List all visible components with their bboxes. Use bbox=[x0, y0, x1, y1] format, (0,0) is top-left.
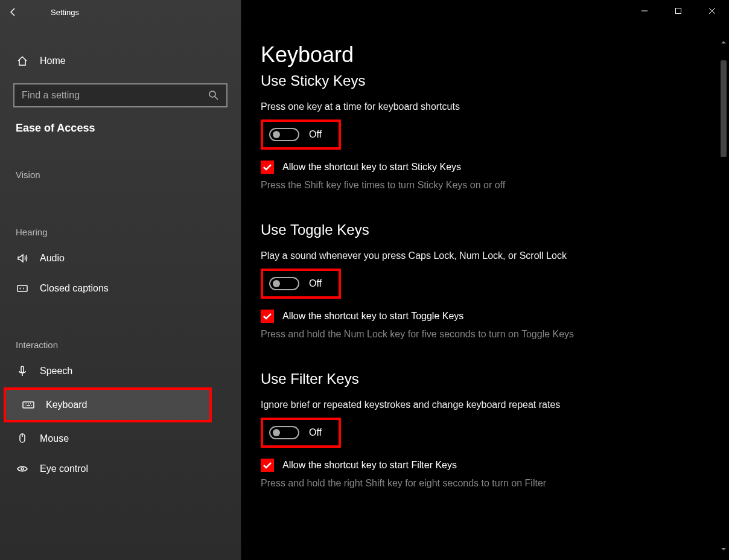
maximize-button[interactable] bbox=[661, 0, 695, 22]
section-sticky-keys: Use Sticky Keys Press one key at a time … bbox=[261, 72, 605, 192]
sticky-hint: Press the Shift key five times to turn S… bbox=[261, 179, 605, 192]
sidebar: Settings Home Ease of Access Vision Hear… bbox=[0, 0, 241, 560]
checkbox-checked-icon bbox=[261, 161, 274, 174]
titlebar: Settings bbox=[0, 0, 241, 24]
toggle-switch bbox=[269, 277, 299, 290]
window-controls bbox=[628, 0, 729, 22]
close-button[interactable] bbox=[695, 0, 729, 22]
nav-mouse-label: Mouse bbox=[40, 433, 69, 444]
group-hearing: Hearing bbox=[0, 215, 241, 243]
nav-speech[interactable]: Speech bbox=[0, 356, 241, 386]
mouse-icon bbox=[16, 432, 29, 445]
checkbox-checked-icon bbox=[261, 459, 274, 472]
sticky-toggle[interactable]: Off bbox=[264, 123, 326, 146]
scroll-track[interactable] bbox=[718, 48, 729, 543]
toggle-switch bbox=[269, 128, 299, 141]
nav-audio[interactable]: Audio bbox=[0, 243, 241, 273]
scroll-thumb[interactable] bbox=[721, 60, 727, 157]
svg-rect-2 bbox=[21, 366, 24, 372]
toggle-toggle[interactable]: Off bbox=[264, 272, 326, 295]
search-box[interactable] bbox=[13, 83, 228, 107]
filter-desc: Ignore brief or repeated keystrokes and … bbox=[261, 398, 605, 412]
sticky-desc: Press one key at a time for keyboard sho… bbox=[261, 100, 605, 113]
sticky-checkbox-row[interactable]: Allow the shortcut key to start Sticky K… bbox=[261, 161, 605, 174]
nav-home[interactable]: Home bbox=[0, 48, 241, 74]
sticky-toggle-state: Off bbox=[309, 129, 322, 140]
nav-home-label: Home bbox=[40, 56, 66, 66]
filter-hint: Press and hold the right Shift key for e… bbox=[261, 477, 605, 490]
toggle-desc: Play a sound whenever you press Caps Loc… bbox=[261, 249, 605, 262]
toggle-checkbox-row[interactable]: Allow the shortcut key to start Toggle K… bbox=[261, 310, 605, 323]
svg-rect-3 bbox=[23, 402, 34, 408]
category-header: Ease of Access bbox=[0, 107, 241, 138]
nav-closed-captions-label: Closed captions bbox=[40, 283, 109, 294]
toggle-check-label: Allow the shortcut key to start Toggle K… bbox=[282, 311, 463, 322]
vertical-scrollbar[interactable] bbox=[718, 36, 729, 555]
toggle-hint: Press and hold the Num Lock key for five… bbox=[261, 328, 605, 341]
nav-eye-control[interactable]: Eye control bbox=[0, 454, 241, 484]
toggle-heading: Use Toggle Keys bbox=[261, 221, 605, 238]
keyboard-icon bbox=[22, 398, 35, 412]
scroll-down-icon[interactable] bbox=[718, 543, 729, 555]
filter-toggle[interactable]: Off bbox=[264, 421, 326, 444]
scroll-up-icon[interactable] bbox=[718, 36, 729, 48]
highlight-sticky-toggle: Off bbox=[261, 119, 341, 150]
back-button[interactable] bbox=[0, 0, 27, 24]
svg-rect-1 bbox=[18, 285, 27, 291]
microphone-icon bbox=[16, 364, 29, 378]
group-interaction: Interaction bbox=[0, 328, 241, 356]
filter-checkbox-row[interactable]: Allow the shortcut key to start Filter K… bbox=[261, 459, 605, 472]
sticky-heading: Use Sticky Keys bbox=[261, 72, 605, 89]
highlight-keyboard-nav: Keyboard bbox=[4, 387, 212, 422]
captions-icon bbox=[16, 282, 29, 295]
nav-audio-label: Audio bbox=[40, 253, 65, 264]
section-toggle-keys: Use Toggle Keys Play a sound whenever yo… bbox=[261, 221, 605, 342]
minimize-button[interactable] bbox=[628, 0, 661, 22]
toggle-switch bbox=[269, 426, 299, 439]
svg-rect-6 bbox=[676, 8, 681, 14]
settings-window: Settings Home Ease of Access Vision Hear… bbox=[0, 0, 729, 560]
group-vision: Vision bbox=[0, 158, 241, 186]
checkbox-checked-icon bbox=[261, 310, 274, 323]
search-input[interactable] bbox=[22, 90, 208, 101]
section-filter-keys: Use Filter Keys Ignore brief or repeated… bbox=[261, 371, 605, 491]
page-title: Keyboard bbox=[261, 42, 693, 68]
filter-toggle-state: Off bbox=[309, 427, 322, 438]
nav-keyboard-label: Keyboard bbox=[46, 399, 88, 410]
speaker-icon bbox=[16, 252, 29, 265]
search-icon bbox=[208, 90, 219, 101]
nav-closed-captions[interactable]: Closed captions bbox=[0, 273, 241, 304]
highlight-toggle-toggle: Off bbox=[261, 269, 341, 299]
main-panel: Keyboard Use Sticky Keys Press one key a… bbox=[241, 0, 729, 560]
nav-keyboard[interactable]: Keyboard bbox=[6, 390, 209, 420]
window-title: Settings bbox=[27, 8, 79, 17]
svg-point-5 bbox=[21, 468, 24, 470]
eye-icon bbox=[16, 462, 29, 476]
nav-mouse[interactable]: Mouse bbox=[0, 424, 241, 454]
sticky-check-label: Allow the shortcut key to start Sticky K… bbox=[282, 162, 461, 173]
filter-heading: Use Filter Keys bbox=[261, 371, 605, 387]
filter-check-label: Allow the shortcut key to start Filter K… bbox=[282, 460, 457, 471]
highlight-filter-toggle: Off bbox=[261, 418, 341, 448]
svg-point-0 bbox=[209, 91, 215, 97]
toggle-toggle-state: Off bbox=[309, 278, 322, 289]
home-icon bbox=[16, 54, 29, 68]
nav-eye-control-label: Eye control bbox=[40, 463, 88, 474]
nav-speech-label: Speech bbox=[40, 366, 72, 377]
